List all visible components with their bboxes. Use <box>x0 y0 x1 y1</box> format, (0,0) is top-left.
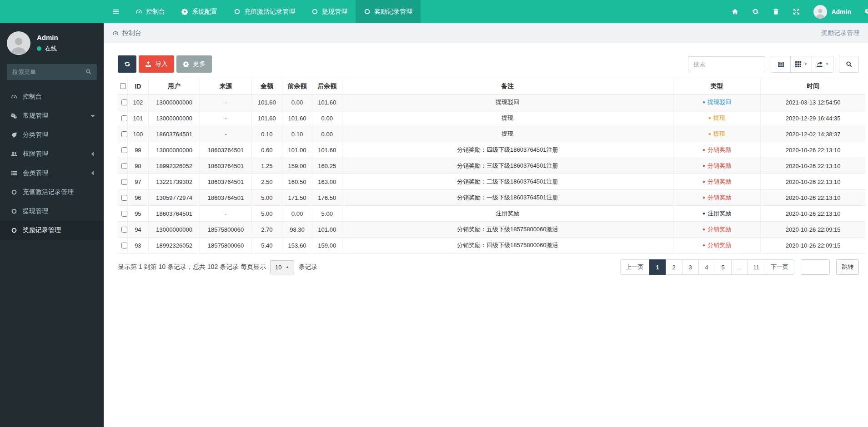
home-icon[interactable] <box>732 8 738 15</box>
sidebar-item-reward-records[interactable]: 奖励记录管理 <box>0 221 104 240</box>
prev-page-button[interactable]: 上一页 <box>620 259 650 275</box>
cell-id: 98 <box>127 158 148 174</box>
nav-tab-recharge-records[interactable]: 充值激活记录管理 <box>226 0 303 23</box>
cell-time: 2020-12-29 16:44:35 <box>761 110 865 126</box>
top-navbar: 控制台系统配置充值激活记录管理提现管理奖励记录管理 Admin <box>0 0 868 23</box>
sidebar-item-category-mgmt[interactable]: 分类管理 <box>0 125 104 144</box>
sidebar-item-label: 会员管理 <box>23 169 48 177</box>
refresh-button[interactable] <box>118 55 136 73</box>
cell-time: 2020-10-26 22:13:10 <box>761 206 865 222</box>
page-title: 奖励记录管理 <box>821 29 859 37</box>
table-row: 9913000000000186037645010.60101.00101.60… <box>118 142 865 158</box>
table-row: 9818992326052186037645011.25159.00160.25… <box>118 158 865 174</box>
page-button-11[interactable]: 11 <box>748 259 766 275</box>
sidebar-item-general-mgmt[interactable]: 常规管理 <box>0 106 104 125</box>
navbar-left: 控制台系统配置充值激活记录管理提现管理奖励记录管理 <box>104 0 421 23</box>
page-jump-input[interactable] <box>801 259 830 275</box>
users-icon <box>10 151 18 157</box>
nav-tab-label: 系统配置 <box>192 8 217 16</box>
table-search-input[interactable] <box>688 56 765 72</box>
cell-time: 2021-03-13 12:54:50 <box>761 94 865 110</box>
cell-user: 13221739302 <box>148 174 200 190</box>
type-label: 分销奖励 <box>707 241 731 249</box>
row-checkbox[interactable] <box>121 131 127 137</box>
row-checkbox[interactable] <box>121 243 127 248</box>
sidebar-item-label: 权限管理 <box>23 150 48 158</box>
breadcrumb-label: 控制台 <box>122 29 141 37</box>
type-label: 分销奖励 <box>707 225 731 233</box>
next-page-button[interactable]: 下一页 <box>765 259 794 275</box>
export-button[interactable] <box>812 56 833 73</box>
chevron-left-icon <box>89 151 96 157</box>
import-button[interactable]: 导入 <box>139 55 174 73</box>
toolbar-right <box>688 56 859 73</box>
person-icon <box>8 34 29 55</box>
nav-tab-label: 奖励记录管理 <box>374 8 412 16</box>
cell-type: ●分销奖励 <box>673 158 760 174</box>
status-dot: ● <box>702 164 705 168</box>
sidebar-item-withdraw-mgmt[interactable]: 提现管理 <box>0 202 104 221</box>
table-row: 9613059772974186037645015.00171.50176.50… <box>118 190 865 206</box>
status-dot: ● <box>708 116 711 120</box>
settings-gears-icon[interactable] <box>865 8 868 15</box>
page-button-2[interactable]: 2 <box>666 259 682 275</box>
refresh-icon[interactable] <box>752 8 759 15</box>
row-select-cell <box>118 206 127 222</box>
row-checkbox[interactable] <box>121 227 127 233</box>
trash-icon[interactable] <box>773 8 779 15</box>
cell-type: ●提现 <box>673 126 760 142</box>
sidebar-item-dashboard[interactable]: 控制台 <box>0 87 104 106</box>
page-button-3[interactable]: 3 <box>682 259 699 275</box>
row-checkbox[interactable] <box>121 179 127 185</box>
circle-icon <box>364 8 371 15</box>
grid-icon <box>795 61 802 68</box>
sidebar-item-recharge-records[interactable]: 充值激活记录管理 <box>0 183 104 202</box>
online-status-dot <box>37 46 41 51</box>
sidebar-item-label: 控制台 <box>23 93 42 101</box>
page-size-select[interactable]: 10 <box>270 260 294 274</box>
sidebar-item-member-mgmt[interactable]: 会员管理 <box>0 164 104 183</box>
row-checkbox[interactable] <box>121 99 127 105</box>
table-footer: 显示第 1 到第 10 条记录，总共 102 条记录 每页显示 10 条记录 上… <box>118 259 865 288</box>
nav-tab-dashboard[interactable]: 控制台 <box>127 0 173 23</box>
person-icon <box>814 7 826 19</box>
page-button-1[interactable]: 1 <box>649 259 666 275</box>
content-header: 控制台 奖励记录管理 <box>104 23 868 43</box>
page-jump-button[interactable]: 跳转 <box>836 259 859 275</box>
gear-icon <box>183 61 189 67</box>
more-button[interactable]: 更多 <box>176 55 212 73</box>
type-badge: ●提现 <box>708 130 725 138</box>
sidebar-item-permission-mgmt[interactable]: 权限管理 <box>0 144 104 164</box>
row-checkbox[interactable] <box>121 115 127 121</box>
nav-tab-reward-records[interactable]: 奖励记录管理 <box>356 0 421 23</box>
more-label: 更多 <box>193 60 206 68</box>
cell-before: 0.00 <box>282 206 312 222</box>
select-all-checkbox[interactable] <box>120 83 126 89</box>
sidebar-search-input[interactable] <box>7 64 97 80</box>
row-checkbox[interactable] <box>121 195 127 201</box>
cell-type: ●分销奖励 <box>673 222 760 238</box>
fullscreen-icon[interactable] <box>793 8 800 15</box>
cell-time: 2020-10-26 22:09:15 <box>761 238 865 253</box>
cell-before: 171.50 <box>282 190 312 206</box>
nav-tab-system-config[interactable]: 系统配置 <box>173 0 226 23</box>
breadcrumb[interactable]: 控制台 <box>112 29 141 37</box>
detail-view-button[interactable] <box>771 56 791 73</box>
type-badge: ●分销奖励 <box>702 194 731 202</box>
type-label: 提现 <box>713 114 725 122</box>
nav-tab-withdraw[interactable]: 提现管理 <box>303 0 356 23</box>
row-checkbox[interactable] <box>121 147 127 153</box>
type-label: 注册奖励 <box>707 209 731 218</box>
page-button-5[interactable]: 5 <box>715 259 732 275</box>
table-row: 10213000000000-101.600.00101.60提现驳回●提现驳回… <box>118 94 865 110</box>
user-menu[interactable]: Admin <box>813 5 851 19</box>
column-header: ID <box>127 78 148 94</box>
row-checkbox[interactable] <box>121 163 127 169</box>
cell-id: 96 <box>127 190 148 206</box>
sidebar-toggle-button[interactable] <box>104 0 127 23</box>
search-toggle-button[interactable] <box>839 56 859 73</box>
type-badge: ●分销奖励 <box>702 178 731 186</box>
page-button-4[interactable]: 4 <box>698 259 715 275</box>
columns-button[interactable] <box>790 56 812 73</box>
row-checkbox[interactable] <box>121 211 127 217</box>
